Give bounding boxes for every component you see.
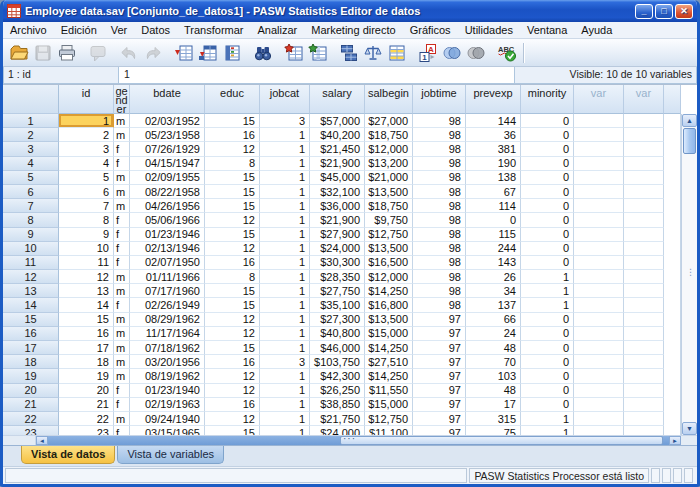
spell-check-icon[interactable]: ABC <box>495 41 519 65</box>
cell[interactable]: 03/20/1956 <box>130 355 205 369</box>
cell[interactable]: 18 <box>59 355 114 369</box>
cell[interactable]: 0 <box>521 369 574 383</box>
cell[interactable]: 1 <box>260 256 310 270</box>
cell[interactable] <box>624 185 664 199</box>
row-header-8[interactable]: 8 <box>3 213 59 227</box>
cell[interactable]: 98 <box>413 199 466 213</box>
cell[interactable]: 48 <box>466 384 521 398</box>
row-header-20[interactable]: 20 <box>3 384 59 398</box>
cell[interactable] <box>624 412 664 426</box>
cell[interactable] <box>574 114 624 128</box>
cell[interactable]: 98 <box>413 256 466 270</box>
cell[interactable] <box>624 313 664 327</box>
row-header-22[interactable]: 22 <box>3 412 59 426</box>
variables-icon[interactable] <box>220 41 244 65</box>
menu-item-marketing-directo[interactable]: Marketing directo <box>304 23 402 37</box>
select-cases-icon[interactable] <box>385 41 409 65</box>
cell[interactable]: 34 <box>466 284 521 298</box>
cell[interactable]: f <box>114 384 130 398</box>
cell[interactable]: 3 <box>59 142 114 156</box>
cell[interactable]: 3 <box>260 114 310 128</box>
cell[interactable]: f <box>114 142 130 156</box>
cell[interactable]: 12 <box>205 213 260 227</box>
cell[interactable]: $12,750 <box>365 228 413 242</box>
cell[interactable]: m <box>114 185 130 199</box>
cell[interactable]: 07/17/1960 <box>130 284 205 298</box>
row-header-17[interactable]: 17 <box>3 341 59 355</box>
cell-editor-input[interactable]: 1 <box>119 67 515 84</box>
cell[interactable] <box>624 298 664 312</box>
cell[interactable]: $15,000 <box>365 327 413 341</box>
cell[interactable]: $13,500 <box>365 242 413 256</box>
column-header-var-11[interactable]: var <box>624 85 664 114</box>
cell[interactable] <box>624 341 664 355</box>
cell[interactable]: $21,900 <box>310 213 365 227</box>
cell[interactable] <box>574 426 624 435</box>
column-header-educ[interactable]: educ <box>205 85 260 114</box>
menu-item-datos[interactable]: Datos <box>134 23 177 37</box>
cell[interactable]: 98 <box>413 185 466 199</box>
cell[interactable]: 190 <box>466 157 521 171</box>
horizontal-scrollbar-thumb[interactable] <box>340 436 663 445</box>
cell[interactable]: 3 <box>260 355 310 369</box>
cell[interactable]: 11/17/1964 <box>130 327 205 341</box>
row-header-2[interactable]: 2 <box>3 128 59 142</box>
cell[interactable]: 98 <box>413 298 466 312</box>
cell[interactable]: 19 <box>59 369 114 383</box>
cell[interactable]: 15 <box>205 298 260 312</box>
cell[interactable]: 98 <box>413 228 466 242</box>
menu-item-utilidades[interactable]: Utilidades <box>458 23 520 37</box>
cell[interactable]: 04/15/1947 <box>130 157 205 171</box>
cell[interactable] <box>624 369 664 383</box>
insert-cases-icon[interactable] <box>282 41 306 65</box>
cell[interactable]: 1 <box>260 157 310 171</box>
column-header-jobcat[interactable]: jobcat <box>260 85 310 114</box>
cell[interactable]: $27,750 <box>310 284 365 298</box>
cell[interactable]: 103 <box>466 369 521 383</box>
minimize-button[interactable]: _ <box>635 4 653 19</box>
cell[interactable]: 1 <box>260 341 310 355</box>
row-header-19[interactable]: 19 <box>3 369 59 383</box>
cell[interactable] <box>624 398 664 412</box>
row-header-4[interactable]: 4 <box>3 157 59 171</box>
grid-corner-cell[interactable] <box>3 85 59 114</box>
cell[interactable]: 15 <box>205 199 260 213</box>
cell[interactable]: 7 <box>59 199 114 213</box>
cell[interactable]: 12 <box>205 384 260 398</box>
scroll-right-arrow-icon[interactable]: ► <box>669 436 681 445</box>
cell[interactable] <box>574 284 624 298</box>
cell[interactable]: m <box>114 284 130 298</box>
cell[interactable]: 12 <box>205 327 260 341</box>
cell[interactable]: 10 <box>59 242 114 256</box>
cell[interactable]: 15 <box>205 185 260 199</box>
column-header-bdate[interactable]: bdate <box>130 85 205 114</box>
weight-cases-icon[interactable] <box>361 41 385 65</box>
cell[interactable]: 16 <box>59 327 114 341</box>
cell[interactable]: m <box>114 171 130 185</box>
cell[interactable]: 1 <box>260 199 310 213</box>
cell[interactable]: 14 <box>59 298 114 312</box>
cell[interactable]: 12 <box>205 412 260 426</box>
cell[interactable]: 08/29/1962 <box>130 313 205 327</box>
cell[interactable]: 97 <box>413 398 466 412</box>
cell[interactable]: $18,750 <box>365 199 413 213</box>
cell[interactable] <box>624 270 664 284</box>
cell[interactable]: 70 <box>466 355 521 369</box>
cell[interactable]: $12,000 <box>365 270 413 284</box>
cell[interactable]: 13 <box>59 284 114 298</box>
cell[interactable]: 1 <box>260 270 310 284</box>
show-all-variables-icon[interactable] <box>464 41 488 65</box>
cell[interactable]: 143 <box>466 256 521 270</box>
cell[interactable]: 17 <box>59 341 114 355</box>
cell[interactable]: 23 <box>59 426 114 435</box>
cell[interactable]: $13,500 <box>365 185 413 199</box>
cell[interactable]: 98 <box>413 242 466 256</box>
cell[interactable]: 98 <box>413 270 466 284</box>
save-icon[interactable] <box>31 41 55 65</box>
horizontal-scrollbar[interactable]: ◄ ► <box>3 435 697 445</box>
cell[interactable]: 144 <box>466 114 521 128</box>
cell[interactable]: 16 <box>205 398 260 412</box>
cell[interactable]: 1 <box>260 327 310 341</box>
scroll-left-arrow-icon[interactable]: ◄ <box>36 436 48 445</box>
cell[interactable]: 12 <box>205 142 260 156</box>
